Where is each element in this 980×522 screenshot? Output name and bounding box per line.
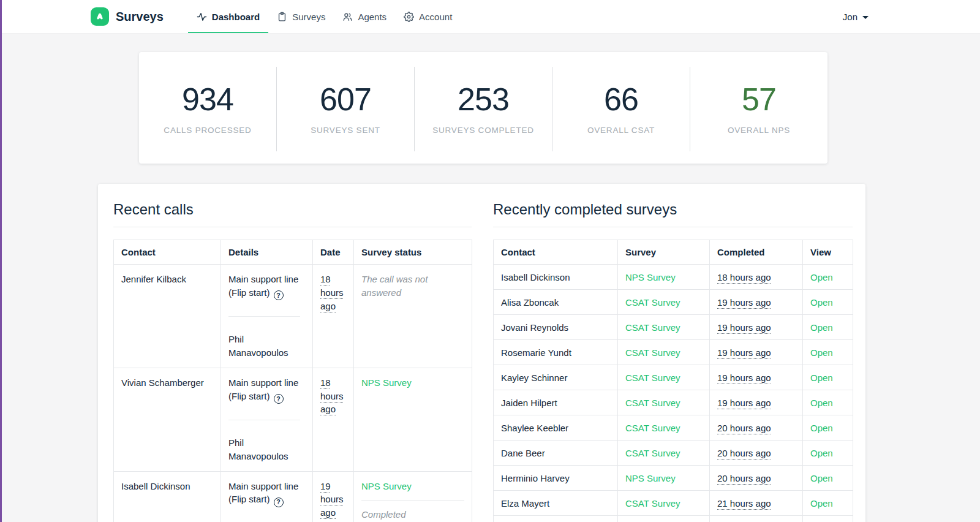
open-link[interactable]: Open	[810, 398, 833, 408]
survey-link[interactable]: CSAT Survey	[625, 498, 680, 509]
tab-label: Agents	[358, 12, 386, 22]
survey-link[interactable]: NPS Survey	[361, 481, 412, 491]
survey-link[interactable]: CSAT Survey	[625, 347, 680, 358]
contact-cell: Kayley Schinner	[494, 365, 618, 390]
relative-time[interactable]: 18 hours ago	[320, 274, 344, 311]
survey-cell: NPS Survey	[618, 265, 710, 290]
contact-cell: Rosemarie Yundt	[494, 340, 618, 365]
relative-time[interactable]: 19 hours ago	[717, 347, 771, 358]
dashboard-tables-card: Recent calls Contact Details Date Survey…	[98, 184, 865, 522]
recent-calls-section: Recent calls Contact Details Date Survey…	[113, 201, 472, 522]
relative-time[interactable]: 18 hours ago	[320, 377, 344, 415]
stat-label: SURVEYS SENT	[311, 126, 380, 135]
survey-link[interactable]: CSAT Survey	[625, 297, 680, 308]
view-cell: Open	[803, 491, 853, 516]
view-cell: Open	[803, 466, 853, 491]
contact-cell: Elza Mayert	[494, 491, 618, 516]
stat-value: 607	[320, 81, 371, 118]
column-header-completed: Completed	[710, 240, 803, 265]
view-cell: Open	[803, 290, 853, 315]
stat-tile: 66 OVERALL CSAT	[552, 52, 690, 164]
column-header-survey: Survey	[618, 240, 710, 265]
view-cell: Open	[803, 441, 853, 466]
relative-time[interactable]: 18 hours ago	[717, 272, 771, 282]
survey-link[interactable]: CSAT Survey	[625, 398, 680, 408]
view-cell: Open	[803, 265, 853, 290]
completed-surveys-title: Recently completed surveys	[493, 201, 853, 227]
table-row: Vivian Schamberger Main support line (Fl…	[114, 368, 472, 471]
stat-tile: 607 SURVEYS SENT	[277, 52, 414, 164]
open-link[interactable]: Open	[810, 473, 833, 483]
open-link[interactable]: Open	[810, 423, 833, 433]
survey-cell: CSAT Survey	[618, 365, 710, 390]
relative-time[interactable]: 20 hours ago	[717, 423, 771, 433]
stat-value: 57	[742, 81, 776, 118]
gear-icon	[404, 12, 414, 22]
app-logo[interactable]: Surveys	[91, 0, 164, 33]
open-link[interactable]: Open	[810, 448, 833, 458]
view-cell: Open	[803, 390, 853, 415]
survey-cell: CSAT Survey	[618, 441, 710, 466]
table-row: Kayley Schinner CSAT Survey 19 hours ago…	[494, 365, 853, 390]
survey-link[interactable]: CSAT Survey	[625, 448, 680, 458]
table-row	[494, 516, 853, 522]
table-row: Herminio Harvey NPS Survey 20 hours ago …	[494, 466, 853, 491]
survey-link[interactable]: CSAT Survey	[625, 373, 680, 383]
tab-surveys[interactable]: Surveys	[268, 0, 334, 33]
chevron-down-icon	[862, 16, 869, 19]
open-link[interactable]: Open	[810, 498, 833, 509]
column-header-view: View	[803, 240, 853, 265]
completed-cell: 19 hours ago	[710, 315, 803, 340]
column-header-survey-status: Survey status	[354, 240, 472, 265]
clipboard-icon	[277, 12, 287, 22]
user-menu[interactable]: Jon	[843, 0, 869, 33]
survey-link[interactable]: NPS Survey	[625, 473, 676, 483]
view-cell: Open	[803, 340, 853, 365]
status-note: The call was not answered	[361, 274, 428, 298]
table-row: Dane Beer CSAT Survey 20 hours ago Open	[494, 441, 853, 466]
open-link[interactable]: Open	[810, 322, 833, 333]
open-link[interactable]: Open	[810, 272, 833, 282]
relative-time[interactable]: 20 hours ago	[717, 473, 771, 483]
view-cell: Open	[803, 415, 853, 441]
help-icon[interactable]: ?	[274, 290, 284, 300]
open-link[interactable]: Open	[810, 373, 833, 383]
stat-value: 253	[458, 81, 509, 118]
help-icon[interactable]: ?	[274, 394, 284, 404]
stat-label: SURVEYS COMPLETED	[432, 126, 534, 135]
relative-time[interactable]: 19 hours ago	[717, 373, 771, 383]
people-icon	[342, 12, 353, 22]
recent-calls-table: Contact Details Date Survey status Jenni…	[113, 240, 472, 522]
relative-time[interactable]: 19 hours ago	[717, 322, 771, 333]
tab-dashboard[interactable]: Dashboard	[188, 0, 268, 33]
stat-tile: 57 OVERALL NPS	[690, 52, 827, 164]
completed-cell: 20 hours ago	[710, 466, 803, 491]
status-divider	[361, 500, 464, 501]
relative-time[interactable]: 19 hours ago	[320, 481, 344, 518]
relative-time[interactable]: 20 hours ago	[717, 448, 771, 458]
relative-time[interactable]: 19 hours ago	[717, 297, 771, 308]
stat-label: CALLS PROCESSED	[164, 126, 251, 135]
contact-cell: Isabell Dickinson	[114, 471, 221, 522]
survey-link[interactable]: CSAT Survey	[625, 322, 680, 333]
column-header-date: Date	[313, 240, 354, 265]
support-line-label: Main support line (Flip start)	[228, 481, 298, 505]
contact-cell: Jaiden Hilpert	[494, 390, 618, 415]
open-link[interactable]: Open	[810, 347, 833, 358]
agent-name: Phil Manavopoulos	[228, 333, 305, 360]
help-icon[interactable]: ?	[274, 497, 284, 507]
top-navigation-bar: Surveys Dashboard Surveys Agents Account	[0, 0, 980, 34]
survey-link[interactable]: NPS Survey	[625, 272, 676, 282]
tab-agents[interactable]: Agents	[334, 0, 395, 33]
relative-time[interactable]: 21 hours ago	[717, 498, 771, 509]
contact-cell: Shaylee Keebler	[494, 415, 618, 441]
survey-link[interactable]: CSAT Survey	[625, 423, 680, 433]
column-header-contact: Contact	[494, 240, 618, 265]
relative-time[interactable]: 19 hours ago	[717, 398, 771, 408]
open-link[interactable]: Open	[810, 297, 833, 308]
survey-link[interactable]: NPS Survey	[361, 377, 412, 388]
support-line-label: Main support line (Flip start)	[228, 377, 298, 401]
tab-account[interactable]: Account	[395, 0, 461, 33]
completed-cell: 19 hours ago	[710, 340, 803, 365]
table-row: Shaylee Keebler CSAT Survey 20 hours ago…	[494, 415, 853, 441]
